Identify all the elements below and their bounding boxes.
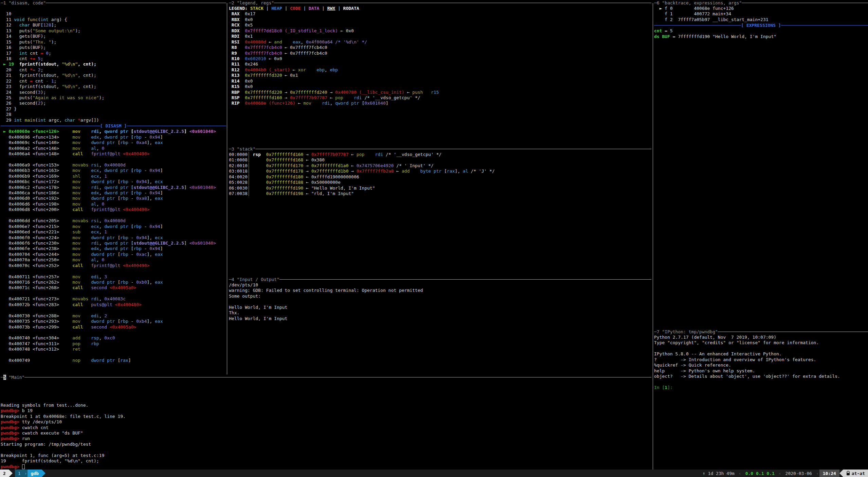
- terminal-line: 07:0038│ 0x7fffffffd198 ← "rld, I'm Inpu…: [229, 191, 651, 196]
- pane-title-legend-regs: ─2 "legend, regs": [229, 0, 651, 6]
- powerline-arrow-icon: [9, 470, 13, 477]
- terminal-line: 16 puts(BUF);: [1, 45, 226, 50]
- terminal-line: 0x4006b9 <func+169> shl ecx, 1: [1, 174, 226, 179]
- pane-input-output[interactable]: ─4 "Input / Output" /dev/pts/10warning: …: [229, 277, 651, 374]
- terminal-line: [1, 391, 651, 397]
- pane-title-label: ─1 "disasm, code": [1, 0, 46, 5]
- terminal-line: In [1]:: [654, 385, 868, 390]
- terminal-line: 14 gets(BUF);: [1, 34, 226, 39]
- terminal-line: [1, 330, 226, 335]
- terminal-line: 04:0020│ 0x7fffffffd180 ← 0xffffd1900000…: [229, 174, 651, 180]
- terminal-line: cnt = 5: [654, 28, 868, 34]
- window-tab-gdb[interactable]: gdb: [28, 470, 41, 477]
- pane-title-main: ─5 "Main": [1, 374, 651, 380]
- terminal-line: 0x40069c <func+140> mov dword ptr [rbp -…: [1, 140, 226, 145]
- source-code-listing: 10 11 void func(int arg) { 12 char BUF[1…: [1, 6, 226, 123]
- load-average: 0.0 0.1 0.1: [742, 471, 778, 476]
- chevron-left-icon: ‹: [815, 471, 819, 476]
- pane-ipython[interactable]: ─7 "IPython: tmp/pwndbg" Python 2.7.17 (…: [654, 329, 868, 470]
- pane-border-line: [274, 3, 651, 3]
- stack-listing: 00:0000│ rsp 0x7fffffffd160 → 0x7ffff7b9…: [229, 152, 651, 197]
- pane-border-line: [279, 279, 651, 280]
- terminal-line: 12 char BUF[128];: [1, 22, 226, 28]
- pane-border-line: [718, 332, 868, 332]
- status-right: ↑ 1d 23h 49m ‹ 0.0 0.1 0.1 ‹ 2020-03-06 …: [699, 470, 868, 477]
- terminal-line: 0x4006f6 <func+230> mov rdi, qword ptr […: [1, 241, 226, 246]
- terminal-line: ► 19 fprintf(stdout, "%d\n", cnt);: [1, 61, 226, 67]
- terminal-line: 21 fprintf(stdout, "%d\n", cnt);: [1, 73, 226, 78]
- terminal-line: 18 cnt += 5;: [1, 56, 226, 61]
- terminal-line: ► 0x40068e <func+126> mov rdi, qword ptr…: [1, 129, 226, 134]
- terminal-line: 15 puts("Thx. ");: [1, 39, 226, 45]
- hostname-indicator: at-at: [843, 470, 868, 477]
- pane-border-vertical-right[interactable]: [653, 3, 653, 470]
- terminal-line: 0x400711 <func+257> mov edi, 3: [1, 274, 226, 280]
- powerline-arrow-icon: [42, 470, 46, 477]
- terminal-line: pwndbg> run: [1, 436, 651, 441]
- program-io-listing: /dev/pts/10warning: GDB: Failed to set c…: [229, 282, 651, 321]
- terminal-line: 0x400716 <func+262> mov dword ptr [rbp -…: [1, 280, 226, 285]
- powerline-arrow-icon: [839, 470, 843, 477]
- pane-title-label: ─7 "IPython: tmp/pwndbg": [654, 329, 718, 334]
- pane-backtrace-expressions[interactable]: ─6 "backtrace, expressions, args" ► f 0 …: [654, 0, 868, 329]
- terminal-line: 25 puts("Again as it was so nice");: [1, 95, 226, 101]
- terminal-line: 26 second(2);: [1, 101, 226, 106]
- terminal-line: 0x4006a2 <func+146> mov al, 0: [1, 146, 226, 151]
- terminal-line: pwndbg> b 19: [1, 408, 651, 413]
- pane-title-label: ─5 "Main": [1, 375, 24, 380]
- terminal-line: RCX 0x5: [229, 22, 651, 28]
- terminal-line: [1, 307, 226, 313]
- terminal-line: 0x4006fe <func+238> mov edx, dword ptr […: [1, 246, 226, 251]
- terminal-line: [1, 213, 226, 218]
- terminal-line: RDX 0x7ffff7dd18c0 (_IO_stdfile_1_lock) …: [229, 28, 651, 34]
- terminal-line: f 1 400772 main+34: [654, 11, 868, 17]
- terminal-line: 0x4006bc <func+172> mov dword ptr [rbp -…: [1, 179, 226, 184]
- expressions-section-label: [ EXPRESSIONS ]: [741, 23, 781, 28]
- terminal-line: ? -> Introduction and overview of IPytho…: [654, 357, 868, 363]
- pane-title-label: ─4 "Input / Output": [229, 277, 279, 282]
- terminal-line: R9 0x7ffff7fcb4c0 ← 0x7ffff7fcb4c0: [229, 51, 651, 56]
- terminal-line: pwndbg> cwatch cnt: [1, 425, 651, 430]
- terminal-line: ds BUF = 7fffffffd190 "Hello World, I'm …: [654, 34, 868, 39]
- terminal-line: %quickref -> Quick reference.: [654, 363, 868, 368]
- disassembly-listing: ► 0x40068e <func+126> mov rdi, qword ptr…: [1, 129, 226, 363]
- terminal-line: 00:0000│ rsp 0x7fffffffd160 → 0x7ffff7b9…: [229, 152, 651, 157]
- terminal-line: object? -> Details about 'object', use '…: [654, 374, 868, 379]
- terminal-line: 27 }: [1, 106, 226, 112]
- terminal-line: 0x400747 <func+311> pop rbp: [1, 341, 226, 347]
- terminal-line: RBP 0x7fffffffd220 → 0x7fffffffd240 → 0x…: [229, 90, 651, 95]
- window-tab-index[interactable]: 1: [15, 470, 24, 477]
- pane-title-label: ─6 "backtrace, expressions, args": [654, 0, 742, 5]
- pane-stack[interactable]: ─3 "stack" 00:0000│ rsp 0x7fffffffd160 →…: [229, 146, 651, 277]
- terminal-line: f 2 7ffff7a05b97 __libc_start_main+231: [654, 17, 868, 22]
- terminal-line: [1, 157, 226, 162]
- chevron-right-icon: ›: [24, 470, 28, 477]
- cursor: [22, 464, 25, 469]
- pane-main-gdb-console[interactable]: ─5 "Main" Reading symbols from test...do…: [0, 374, 651, 470]
- session-indicator[interactable]: 2: [0, 470, 9, 477]
- terminal-line: 0x400735 <func+293> mov dword ptr [rbp -…: [1, 319, 226, 324]
- pane-border-line: [46, 3, 226, 3]
- terminal-line: 01:0008│ 0x7fffffffd168 ← 0x380: [229, 157, 651, 163]
- ipython-listing[interactable]: Python 2.7.17 (default, Nov 7 2019, 10:0…: [654, 335, 868, 390]
- gdb-console-listing[interactable]: Reading symbols from test...done.pwndbg>…: [1, 380, 651, 470]
- pane-legend-regs[interactable]: ─2 "legend, regs" LEGEND: STACK | HEAP |…: [229, 0, 651, 146]
- terminal-line: RSP 0x7fffffffd160 → 0x7ffff7b97787 ← po…: [229, 95, 651, 101]
- terminal-line: 0x400730 <func+288> mov edi, 2: [1, 313, 226, 319]
- terminal-line: RIP 0x40068e (func+126) ← mov rdi, qword…: [229, 101, 651, 106]
- terminal-line: 0x4006c2 <func+178> mov rdi, qword ptr […: [1, 185, 226, 190]
- separator-line: [1, 126, 100, 126]
- terminal-line: LEGEND: STACK | HEAP | CODE | DATA | RWX…: [229, 6, 651, 11]
- terminal-line: [1, 447, 651, 453]
- terminal-line: RBX 0x0: [229, 17, 651, 22]
- pane-border-vertical-left[interactable]: [227, 3, 227, 374]
- terminal-line: R11 0x246: [229, 61, 651, 67]
- terminal-line: 0x4006a9 <func+153> movabs rsi, 0x40080d: [1, 162, 226, 168]
- terminal-line: Hello World, I'm Input: [229, 305, 651, 310]
- pane-disasm-code[interactable]: ─1 "disasm, code" 10 11 void func(int ar…: [0, 0, 226, 374]
- terminal-line: Hello World, I'm Input: [229, 316, 651, 321]
- pane-border-line: [255, 149, 651, 149]
- terminal-line: 19 fprintf(stdout, "%d\n", cnt);: [1, 458, 651, 464]
- terminal-line: 0x40072b <func+283> call puts@plt <0x400…: [1, 302, 226, 307]
- separator-line: [127, 126, 226, 126]
